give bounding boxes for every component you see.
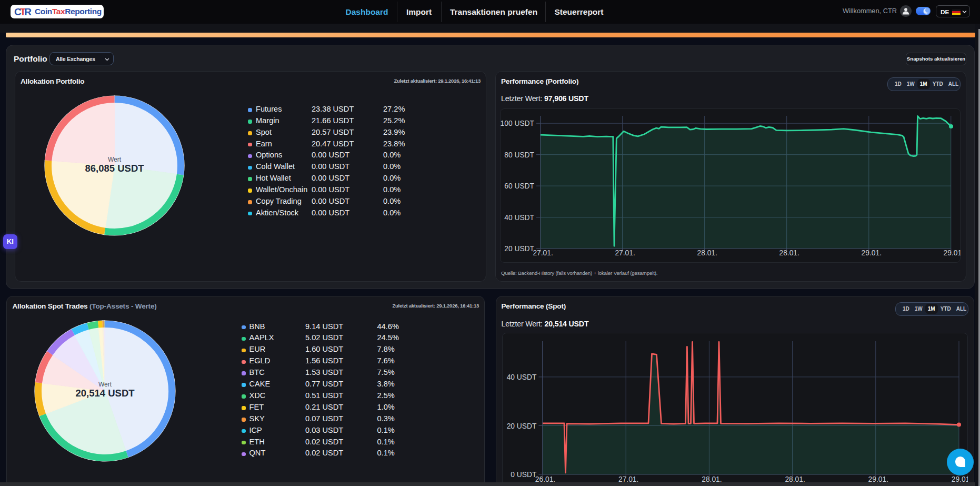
svg-text:20 USDT: 20 USDT: [504, 245, 534, 253]
svg-text:60 USDT: 60 USDT: [504, 182, 534, 190]
svg-text:20 USDT: 20 USDT: [507, 422, 537, 430]
svg-text:40 USDT: 40 USDT: [504, 214, 534, 222]
svg-text:0 USDT: 0 USDT: [511, 471, 537, 479]
svg-text:29.01.: 29.01.: [862, 249, 882, 257]
svg-text:29.01.: 29.01.: [944, 249, 961, 257]
svg-text:28.01.: 28.01.: [779, 249, 799, 257]
svg-text:27.01.: 27.01.: [615, 249, 635, 257]
svg-text:100 USDT: 100 USDT: [501, 120, 535, 127]
svg-text:80 USDT: 80 USDT: [504, 151, 534, 159]
svg-text:27.01.: 27.01.: [533, 249, 553, 257]
svg-text:40 USDT: 40 USDT: [507, 373, 537, 381]
svg-text:28.01.: 28.01.: [697, 249, 717, 257]
